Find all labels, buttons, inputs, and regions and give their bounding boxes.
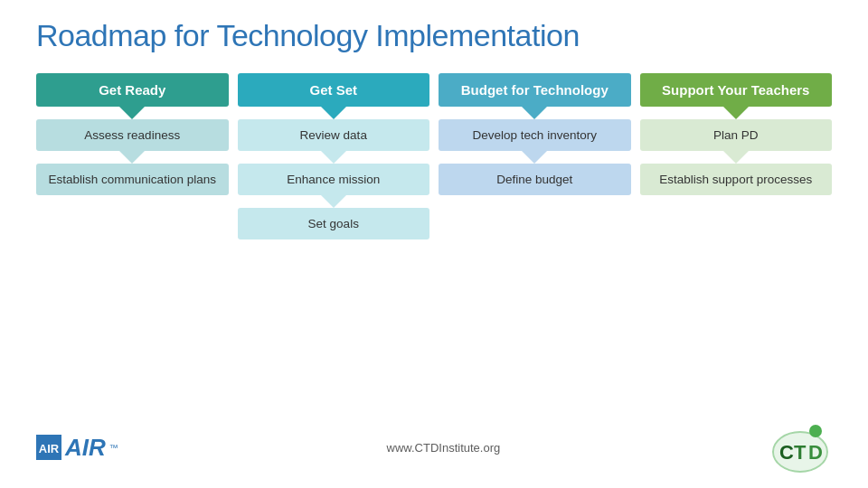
develop-tech-box: Develop tech inventory [439, 119, 631, 151]
page-title: Roadmap for Technology Implementation [36, 18, 832, 53]
arrow-get-set [321, 107, 346, 119]
col-support: Support Your Teachers Plan PD Establish … [640, 73, 833, 413]
roadmap-grid: Get Ready Assess readiness Establish com… [36, 73, 832, 413]
col-budget: Budget for Technology Develop tech inven… [439, 73, 631, 413]
arrow-enhance [321, 195, 346, 208]
page: Roadmap for Technology Implementation Ge… [0, 0, 868, 488]
set-goals-box: Set goals [238, 208, 430, 239]
header-get-ready: Get Ready [36, 73, 229, 107]
ctd-logo: C T D [769, 420, 832, 474]
footer-website: www.CTDInstitute.org [387, 441, 501, 455]
air-text: AIR [65, 434, 106, 462]
establish-support-box: Establish support processes [640, 164, 833, 195]
arrow-get-ready [119, 107, 145, 119]
plan-pd-box: Plan PD [640, 119, 833, 151]
arrow-plan [723, 151, 749, 164]
define-budget-box: Define budget [439, 164, 631, 195]
arrow-develop [522, 151, 547, 164]
arrow-review [321, 151, 346, 164]
air-trademark: ™ [109, 443, 118, 453]
header-support: Support Your Teachers [640, 73, 833, 107]
svg-text:D: D [808, 441, 823, 464]
arrow-support [723, 107, 749, 119]
establish-comm-box: Establish communication plans [36, 164, 229, 195]
review-data-box: Review data [238, 119, 430, 151]
svg-text:T: T [794, 441, 807, 464]
ctd-logo-icon: C T D [769, 420, 832, 474]
header-budget: Budget for Technology [439, 73, 631, 107]
col-get-ready: Get Ready Assess readiness Establish com… [36, 73, 229, 413]
air-logo-icon: AIR [36, 435, 61, 460]
svg-text:AIR: AIR [39, 442, 60, 455]
svg-text:C: C [779, 441, 794, 464]
col-get-set: Get Set Review data Enhance mission Set … [238, 73, 430, 413]
footer: AIR AIR™ www.CTDInstitute.org C T D [36, 413, 832, 474]
air-logo: AIR AIR™ [36, 434, 118, 462]
header-get-set: Get Set [238, 73, 430, 107]
arrow-budget [522, 107, 547, 119]
svg-point-6 [809, 425, 822, 437]
enhance-mission-box: Enhance mission [238, 164, 430, 195]
arrow-assess [119, 151, 145, 164]
assess-readiness-box: Assess readiness [36, 119, 229, 151]
